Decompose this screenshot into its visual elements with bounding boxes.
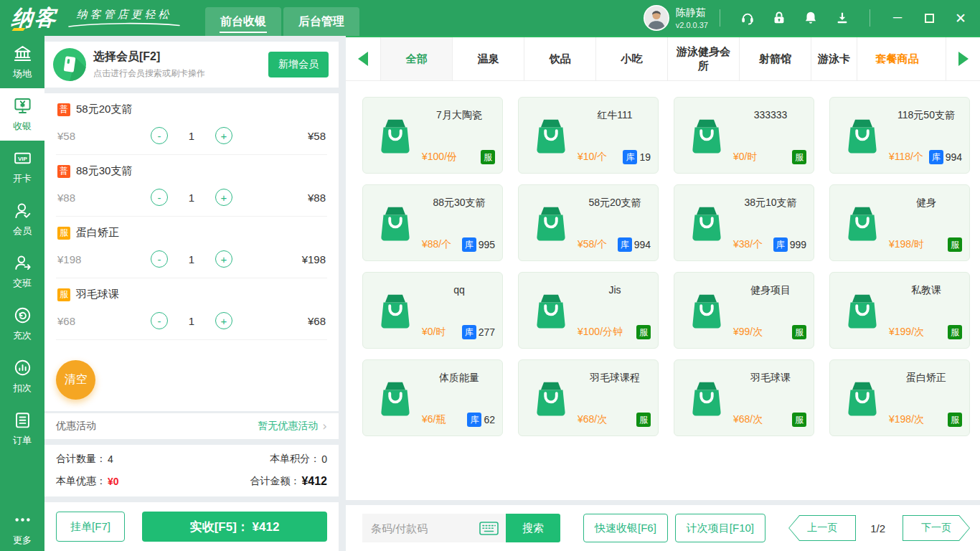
search-button[interactable]: 搜索 (506, 514, 560, 542)
sidebar-item-open-card[interactable]: VIP 开卡 (0, 141, 44, 193)
product-card[interactable]: 118元50支箭 ¥118/个库994 (829, 97, 970, 174)
product-card[interactable]: 羽毛球课 ¥68/次服 (674, 359, 814, 436)
plus-button[interactable]: + (215, 127, 232, 144)
product-card[interactable]: 羽毛球课程 ¥68/次服 (518, 359, 659, 436)
bell-icon[interactable] (803, 10, 819, 26)
plus-button[interactable]: + (215, 250, 232, 268)
category-tab-swim-card[interactable]: 游泳卡 (811, 37, 857, 80)
minus-button[interactable]: - (151, 189, 168, 206)
stock-count: 999 (790, 239, 806, 250)
shopping-bag-icon (684, 201, 729, 245)
category-scroll-right-button[interactable] (946, 37, 980, 80)
sidebar-item-orders[interactable]: 订单 (0, 402, 44, 455)
stock-count: 995 (479, 239, 495, 250)
plus-button[interactable]: + (215, 189, 232, 206)
shopping-bag-icon (373, 201, 418, 245)
product-card[interactable]: 88元30支箭 ¥88/个库995 (362, 184, 503, 261)
minus-button[interactable]: - (151, 312, 168, 329)
avatar (644, 5, 669, 31)
barcode-input[interactable] (362, 514, 471, 542)
sidebar-item-deduct[interactable]: 扣次 (0, 350, 44, 402)
cart-list: 普 58元20支箭 ¥58 - 1 + ¥58 普 88元30支箭 ¥88 (44, 93, 339, 411)
download-icon[interactable] (834, 10, 850, 26)
count-item-button[interactable]: 计次项目[F10] (675, 514, 765, 542)
product-card[interactable]: 38元10支箭 ¥38/个库999 (674, 184, 814, 261)
category-tab-snacks[interactable]: 小吃 (595, 37, 667, 80)
quick-cashier-button[interactable]: 快速收银[F6] (583, 514, 668, 542)
cart-item-row: ¥58 - 1 + ¥58 (57, 127, 326, 144)
product-card[interactable]: 体质能量 ¥6/瓶库62 (362, 359, 503, 436)
product-name: 红牛111 (578, 109, 652, 122)
stock-count: 277 (479, 326, 495, 338)
product-card[interactable]: 58元20支箭 ¥58/个库994 (518, 184, 659, 261)
category-tab-all[interactable]: 全部 (380, 37, 452, 80)
topbar-separator (870, 9, 870, 27)
category-tab-swim-gym-club[interactable]: 游泳健身会所 (667, 37, 739, 80)
promo-row[interactable]: 优惠活动 暂无优惠活动 › (44, 413, 339, 439)
minimize-button[interactable]: ─ (891, 11, 904, 24)
shopping-bag-icon (529, 113, 573, 158)
product-card[interactable]: 7月大陶瓷 ¥100/份服 (362, 97, 503, 174)
plus-button[interactable]: + (215, 312, 232, 329)
product-price: ¥100/份 (422, 151, 457, 164)
category-tab-drinks[interactable]: 饮品 (524, 37, 595, 80)
barcode-search-group: 搜索 (362, 514, 560, 542)
category-tab-archery[interactable]: 射箭馆 (739, 37, 811, 80)
keyboard-icon[interactable] (471, 514, 506, 542)
sidebar-item-more[interactable]: 更多 (0, 505, 44, 551)
stock-count: 994 (946, 151, 962, 163)
order-summary: 合计数量： 4 本单积分： 0 本单优惠： ¥0 合计金额： ¥412 (44, 445, 339, 496)
member-select-card[interactable]: 选择会员[F2] 点击进行会员搜索或刷卡操作 新增会员 (44, 42, 339, 88)
sidebar-item-label: 充次 (13, 329, 32, 342)
close-button[interactable]: ✕ (954, 11, 967, 24)
product-card[interactable]: 健身项目 ¥99/次服 (674, 272, 814, 349)
tab-back-management[interactable]: 后台管理 (283, 7, 359, 36)
hold-order-button[interactable]: 挂单[F7] (56, 512, 125, 542)
sidebar-item-label: 订单 (13, 434, 32, 447)
shopping-bag-icon (373, 376, 418, 420)
product-price: ¥199/次 (889, 326, 924, 339)
maximize-button[interactable] (923, 11, 936, 24)
deduct-chart-circle-icon (13, 358, 32, 377)
lock-icon[interactable] (771, 10, 787, 26)
order-discount-value: ¥0 (108, 476, 119, 487)
category-bar: 全部 温泉 饮品 小吃 游泳健身会所 射箭馆 游泳卡 套餐商品 (346, 36, 980, 80)
customer-service-icon[interactable] (740, 10, 755, 26)
svg-text:VIP: VIP (17, 156, 27, 162)
category-tab-combo-products[interactable]: 套餐商品 (857, 37, 937, 80)
sidebar-item-member[interactable]: 会员 (0, 193, 44, 245)
quantity-value: 1 (187, 192, 196, 204)
sidebar-item-recharge[interactable]: 充次 (0, 298, 44, 350)
user-block[interactable]: 陈静茹 v2.0.0.37 (644, 5, 708, 31)
product-card[interactable]: qq ¥0/时库277 (362, 272, 503, 349)
product-card[interactable]: 333333 ¥0/时服 (674, 97, 814, 174)
add-member-button[interactable]: 新增会员 (268, 52, 329, 77)
clear-cart-button[interactable]: 清空 (56, 360, 95, 400)
product-card[interactable]: Jis ¥100/分钟服 (518, 272, 659, 349)
cart-footer: 挂单[F7] 实收[F5]： ¥412 (44, 502, 339, 551)
shopping-bag-icon (840, 288, 885, 333)
minus-button[interactable]: - (151, 127, 168, 144)
order-total: 合计金额： ¥412 (250, 475, 327, 488)
product-card[interactable]: 蛋白矫正 ¥198/次服 (829, 359, 970, 436)
member-select-text[interactable]: 选择会员[F2] 点击进行会员搜索或刷卡操作 (93, 50, 205, 80)
sidebar-item-venue[interactable]: 场地 (0, 36, 44, 88)
tab-front-cashier[interactable]: 前台收银 (205, 7, 281, 36)
prev-page-button[interactable]: 上一页 (788, 515, 856, 541)
minus-button[interactable]: - (151, 250, 168, 268)
category-scroll-left-button[interactable] (346, 37, 380, 80)
stock-badge: 库 (929, 150, 943, 164)
product-name: 88元30支箭 (422, 197, 496, 209)
product-card[interactable]: 私教课 ¥199/次服 (829, 272, 970, 349)
checkout-button[interactable]: 实收[F5]： ¥412 (142, 512, 327, 542)
product-price: ¥99/次 (733, 326, 763, 339)
sidebar-item-shift[interactable]: 交班 (0, 245, 44, 298)
product-card[interactable]: 红牛111 ¥10/个库19 (518, 97, 659, 174)
category-tab-hot-spring[interactable]: 温泉 (452, 37, 524, 80)
quantity-stepper: - 1 + (119, 250, 264, 268)
product-card[interactable]: 健身 ¥198/时服 (829, 184, 970, 261)
quantity-value: 1 (187, 130, 196, 142)
sidebar-item-cashier[interactable]: 收银 (0, 88, 44, 141)
sidebar-item-label: 更多 (13, 534, 32, 547)
next-page-button[interactable]: 下一页 (903, 515, 970, 541)
